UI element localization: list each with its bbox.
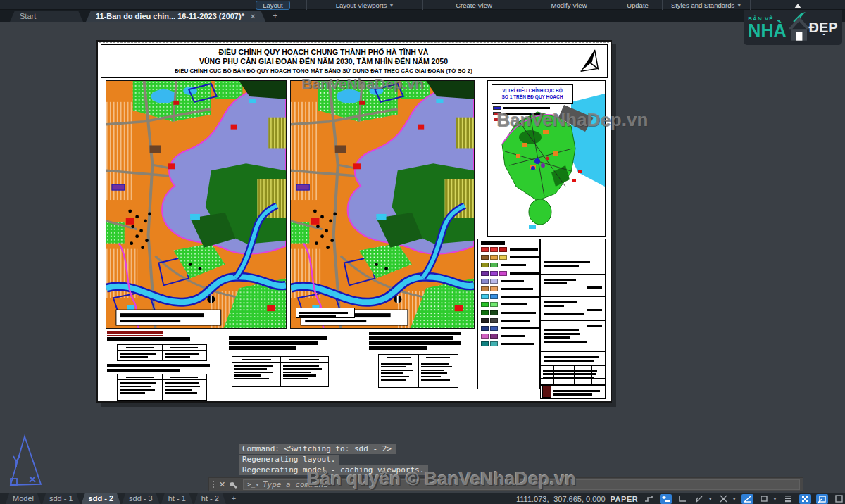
layout-tab-sdd-1[interactable]: sdd - 1	[42, 493, 80, 504]
inset-title-line2: SỐ 1 TRÊN BĐ QUY HOẠCH	[492, 94, 572, 100]
status-bar: Model sdd - 1 sdd - 2 sdd - 3 ht - 1 ht …	[0, 493, 845, 504]
object-snap-icon[interactable]	[741, 494, 753, 504]
lineweight-icon[interactable]	[782, 494, 794, 504]
sheet-title-line2: VÙNG PHỤ CẬN GIAI ĐOẠN ĐẾN NĂM 2030, TẦM…	[101, 57, 546, 66]
notes-box	[541, 275, 605, 297]
notes-grid-table	[541, 366, 605, 386]
layout-tab-model[interactable]: Model	[6, 493, 41, 504]
chevron-down-icon[interactable]: ▼	[732, 496, 737, 501]
paper-space-toggle[interactable]: PAPER	[611, 495, 639, 503]
ribbon-panel-styles-standards[interactable]: Styles and Standards▼	[663, 0, 751, 10]
title-block: ĐIỀU CHỈNH QUY HOẠCH CHUNG THÀNH PHỐ HÀ …	[101, 44, 608, 78]
ribbon-collapse-arrow-icon[interactable]	[794, 4, 801, 8]
banvenhadep-logo: BẢN VẼ NHÀ ĐẸP	[744, 10, 842, 45]
inset-title-line1: VỊ TRÍ ĐIỀU CHỈNH CỤC BỘ	[492, 87, 572, 94]
polar-tracking-icon[interactable]	[694, 494, 706, 504]
chevron-down-icon[interactable]: ▼	[255, 482, 260, 487]
layout-tab-sdd-3[interactable]: sdd - 3	[122, 493, 160, 504]
text-blob	[369, 332, 461, 351]
close-commandline-icon[interactable]: ✕	[219, 481, 225, 489]
layout-paper-sheet: ĐIỀU CHỈNH QUY HOẠCH CHUNG THÀNH PHỐ HÀ …	[96, 40, 612, 403]
ribbon-panel-layout[interactable]: Layout	[239, 0, 307, 10]
new-layout-button[interactable]: +	[227, 493, 240, 504]
ribbon-panel-layout-viewports[interactable]: Layout Viewports▼	[307, 0, 423, 10]
text-blob	[107, 337, 190, 342]
file-tab-bar: Start 11-Ban do dieu chin... 16-11-2023 …	[0, 10, 845, 22]
layout-tab-sdd-2[interactable]: sdd - 2	[82, 493, 120, 504]
transparency-icon[interactable]	[799, 494, 811, 504]
command-history-line: Regenerating model - caching viewports.	[239, 465, 428, 475]
text-blob	[229, 336, 327, 351]
command-bar: ✕ >_ ▼	[208, 477, 803, 491]
chevron-down-icon[interactable]: ▼	[708, 496, 713, 501]
close-tab-icon[interactable]: ✕	[250, 13, 256, 20]
planning-map-drawing	[106, 81, 286, 328]
wrench-icon[interactable]	[230, 480, 239, 489]
inset-legend-swatch	[493, 106, 501, 110]
north-arrow-icon	[575, 47, 602, 75]
command-input[interactable]	[263, 480, 796, 489]
grid-display-icon[interactable]	[643, 494, 655, 504]
text-blob	[107, 364, 210, 374]
chevron-down-icon: ▼	[389, 3, 394, 8]
layout-tab-ht-2[interactable]: ht - 2	[194, 493, 226, 504]
logo-text-nha: NHÀ	[748, 22, 786, 39]
isolate-objects-icon[interactable]	[816, 494, 828, 504]
inset-legend-dot	[494, 118, 498, 121]
ucs-paperspace-icon	[4, 434, 46, 489]
inset-title-box: VỊ TRÍ ĐIỀU CHỈNH CỤC BỘ SỐ 1 TRÊN BĐ QU…	[492, 84, 573, 104]
notes-title-strip	[541, 386, 605, 399]
sheet-title-line1: ĐIỀU CHỈNH QUY HOẠCH CHUNG THÀNH PHỐ HÀ …	[101, 48, 546, 57]
red-stamp	[542, 386, 551, 398]
notes-box	[541, 352, 605, 366]
ribbon-panel-create-view[interactable]: Create View	[423, 0, 525, 10]
viewport-label-box	[296, 308, 355, 318]
notes-box	[541, 297, 605, 321]
snap-mode-icon[interactable]	[660, 494, 672, 504]
chevron-down-icon[interactable]: ▼	[772, 496, 777, 501]
command-input-wrap: >_ ▼	[243, 479, 800, 490]
inset-location-map	[488, 81, 605, 236]
viewport-map-stage-2[interactable]	[290, 80, 475, 329]
ortho-mode-icon[interactable]	[677, 494, 689, 504]
object-snap-tracking-icon[interactable]	[718, 494, 730, 504]
sheet-title-line3: ĐIỀU CHỈNH CỤC BỘ BẢN ĐỒ QUY HOẠCH TỔNG …	[101, 68, 546, 74]
chevron-down-icon: ▼	[737, 3, 741, 8]
layout-tabs: Model sdd - 1 sdd - 2 sdd - 3 ht - 1 ht …	[6, 493, 240, 504]
inset-legend-swatch	[493, 112, 501, 115]
layout-tab-ht-1[interactable]: ht - 1	[161, 493, 193, 504]
new-tab-button[interactable]: +	[273, 11, 277, 22]
tab-start[interactable]: Start	[10, 11, 83, 22]
tab-drawing[interactable]: 11-Ban do dieu chin... 16-11-2023 (2007)…	[86, 11, 265, 22]
viewport-map-stage-1[interactable]	[106, 80, 287, 329]
table-heading-red	[107, 331, 163, 336]
ribbon-panel-update[interactable]: Update	[613, 0, 663, 10]
area-table	[378, 354, 458, 388]
command-history-line: Command: <Switching to: sdd - 2>	[239, 444, 396, 454]
hardware-acceleration-icon[interactable]	[833, 494, 845, 504]
ribbon-panel-modify-view[interactable]: Modify View	[525, 0, 613, 10]
drawing-canvas[interactable]: ĐIỀU CHỈNH QUY HOẠCH CHUNG THÀNH PHỐ HÀ …	[0, 22, 845, 493]
area-table	[117, 374, 207, 401]
command-history-line: Regenerating layout.	[239, 455, 339, 465]
area-table	[232, 356, 329, 387]
drag-handle[interactable]	[212, 480, 215, 489]
legend-title-bar	[481, 241, 505, 245]
notes-box	[541, 321, 605, 352]
annotation-scale-icon[interactable]	[758, 494, 770, 504]
logo-text-dep: ĐẸP	[809, 20, 838, 36]
planning-map-drawing	[291, 81, 474, 328]
inset-legend	[493, 106, 570, 123]
command-history: Command: <Switching to: sdd - 2> Regener…	[239, 444, 428, 476]
area-table	[117, 344, 207, 361]
legend-rows	[481, 247, 537, 346]
legend-panel	[477, 239, 540, 389]
inset-location-panel: VỊ TRÍ ĐIỀU CHỈNH CỤC BỘ SỐ 1 TRÊN BĐ QU…	[487, 80, 606, 237]
ribbon-panel-bar: Layout Layout Viewports▼ Create View Mod…	[0, 0, 845, 10]
command-prompt-icon: >_	[247, 481, 255, 488]
coordinates-readout: 1111.073, -307.665, 0.000	[516, 495, 606, 503]
autocad-window: Layout Layout Viewports▼ Create View Mod…	[0, 0, 845, 504]
notes-column	[540, 239, 606, 399]
notes-box	[541, 239, 605, 275]
